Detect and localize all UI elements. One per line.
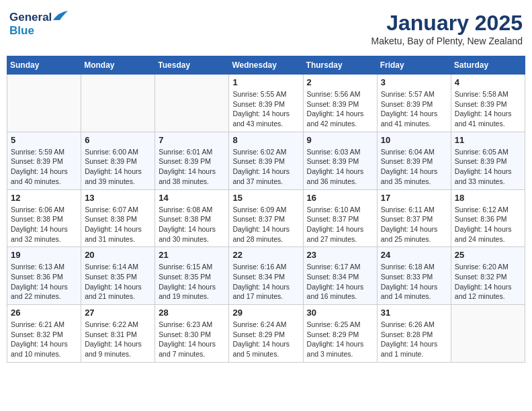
day-info: Sunrise: 6:10 AMSunset: 8:37 PMDaylight:… [307,205,373,244]
day-number: 24 [381,250,447,260]
day-info: Sunrise: 5:59 AMSunset: 8:39 PMDaylight:… [11,147,77,187]
day-number: 15 [232,193,299,203]
day-info: Sunrise: 6:17 AMSunset: 8:34 PMDaylight:… [307,262,373,302]
day-info: Sunrise: 5:56 AMSunset: 8:39 PMDaylight:… [307,89,373,129]
calendar-cell: 21Sunrise: 6:15 AMSunset: 8:35 PMDayligh… [155,247,229,305]
day-number: 5 [11,135,77,145]
calendar-cell: 15Sunrise: 6:09 AMSunset: 8:37 PMDayligh… [229,189,303,247]
calendar-week-4: 19Sunrise: 6:13 AMSunset: 8:36 PMDayligh… [7,247,525,305]
calendar-cell: 22Sunrise: 6:16 AMSunset: 8:34 PMDayligh… [229,247,303,305]
day-info: Sunrise: 6:20 AMSunset: 8:32 PMDaylight:… [455,262,521,302]
day-info: Sunrise: 6:16 AMSunset: 8:34 PMDaylight:… [232,262,299,302]
day-number: 23 [307,250,373,260]
weekday-header-friday: Friday [377,56,451,75]
day-number: 13 [85,193,151,203]
day-info: Sunrise: 6:14 AMSunset: 8:35 PMDaylight:… [85,262,151,302]
calendar-cell: 8Sunrise: 6:02 AMSunset: 8:39 PMDaylight… [229,132,303,189]
weekday-header-wednesday: Wednesday [229,56,303,75]
day-number: 16 [307,193,373,203]
title-block: January 2025 Maketu, Bay of Plenty, New … [371,11,523,46]
day-number: 30 [307,308,373,318]
calendar-week-5: 26Sunrise: 6:21 AMSunset: 8:32 PMDayligh… [7,305,525,363]
day-number: 21 [159,250,225,260]
calendar-cell: 7Sunrise: 6:01 AMSunset: 8:39 PMDaylight… [155,132,229,189]
day-info: Sunrise: 6:02 AMSunset: 8:39 PMDaylight:… [232,147,299,187]
weekday-header-sunday: Sunday [7,56,81,75]
calendar-week-1: 1Sunrise: 5:55 AMSunset: 8:39 PMDaylight… [7,75,525,132]
day-number: 12 [11,193,77,203]
day-info: Sunrise: 6:21 AMSunset: 8:32 PMDaylight:… [11,320,77,359]
logo-general-text: General [9,11,52,24]
day-number: 28 [159,308,225,318]
day-number: 26 [11,308,77,318]
day-info: Sunrise: 6:11 AMSunset: 8:37 PMDaylight:… [381,205,447,244]
day-info: Sunrise: 6:15 AMSunset: 8:35 PMDaylight:… [159,262,225,302]
calendar-week-2: 5Sunrise: 5:59 AMSunset: 8:39 PMDaylight… [7,132,525,189]
calendar-cell: 23Sunrise: 6:17 AMSunset: 8:34 PMDayligh… [303,247,377,305]
day-info: Sunrise: 6:13 AMSunset: 8:36 PMDaylight:… [11,262,77,302]
day-number: 9 [307,135,373,145]
day-info: Sunrise: 6:22 AMSunset: 8:31 PMDaylight:… [85,320,151,359]
calendar-cell: 17Sunrise: 6:11 AMSunset: 8:37 PMDayligh… [377,189,451,247]
calendar-cell: 16Sunrise: 6:10 AMSunset: 8:37 PMDayligh… [303,189,377,247]
calendar-cell: 10Sunrise: 6:04 AMSunset: 8:39 PMDayligh… [377,132,451,189]
day-info: Sunrise: 5:57 AMSunset: 8:39 PMDaylight:… [381,89,447,129]
day-number: 2 [307,77,373,87]
calendar-cell: 12Sunrise: 6:06 AMSunset: 8:38 PMDayligh… [7,189,81,247]
day-info: Sunrise: 6:03 AMSunset: 8:39 PMDaylight:… [307,147,373,187]
calendar-cell: 4Sunrise: 5:58 AMSunset: 8:39 PMDaylight… [451,75,525,132]
calendar-cell: 28Sunrise: 6:23 AMSunset: 8:30 PMDayligh… [155,305,229,363]
day-number: 29 [232,308,299,318]
day-number: 19 [11,250,77,260]
month-title: January 2025 [371,11,523,36]
day-number: 17 [381,193,447,203]
calendar-cell [81,75,155,132]
day-info: Sunrise: 6:06 AMSunset: 8:38 PMDaylight:… [11,205,77,244]
day-number: 1 [232,77,299,87]
day-info: Sunrise: 6:12 AMSunset: 8:36 PMDaylight:… [455,205,521,244]
day-number: 27 [85,308,151,318]
day-info: Sunrise: 6:00 AMSunset: 8:39 PMDaylight:… [85,147,151,187]
day-number: 10 [381,135,447,145]
weekday-header-tuesday: Tuesday [155,56,229,75]
calendar-cell: 29Sunrise: 6:24 AMSunset: 8:29 PMDayligh… [229,305,303,363]
page-header: General Blue January 2025 Maketu, Bay of… [7,7,525,50]
calendar-cell: 3Sunrise: 5:57 AMSunset: 8:39 PMDaylight… [377,75,451,132]
calendar-cell: 27Sunrise: 6:22 AMSunset: 8:31 PMDayligh… [81,305,155,363]
calendar-cell: 5Sunrise: 5:59 AMSunset: 8:39 PMDaylight… [7,132,81,189]
calendar-cell: 13Sunrise: 6:07 AMSunset: 8:38 PMDayligh… [81,189,155,247]
day-info: Sunrise: 6:08 AMSunset: 8:38 PMDaylight:… [159,205,225,244]
day-info: Sunrise: 6:09 AMSunset: 8:37 PMDaylight:… [232,205,299,244]
weekday-header-row: SundayMondayTuesdayWednesdayThursdayFrid… [7,56,525,75]
day-number: 18 [455,193,521,203]
day-number: 3 [381,77,447,87]
logo: General Blue [9,11,68,38]
calendar-cell: 19Sunrise: 6:13 AMSunset: 8:36 PMDayligh… [7,247,81,305]
logo-blue-text: Blue [9,24,34,37]
day-number: 7 [159,135,225,145]
day-info: Sunrise: 6:07 AMSunset: 8:38 PMDaylight:… [85,205,151,244]
day-number: 6 [85,135,151,145]
calendar-cell: 24Sunrise: 6:18 AMSunset: 8:33 PMDayligh… [377,247,451,305]
day-number: 20 [85,250,151,260]
logo-bird-icon [53,11,68,21]
calendar-cell: 31Sunrise: 6:26 AMSunset: 8:28 PMDayligh… [377,305,451,363]
calendar-cell: 11Sunrise: 6:05 AMSunset: 8:39 PMDayligh… [451,132,525,189]
calendar-cell [155,75,229,132]
calendar-cell: 25Sunrise: 6:20 AMSunset: 8:32 PMDayligh… [451,247,525,305]
day-info: Sunrise: 6:23 AMSunset: 8:30 PMDaylight:… [159,320,225,359]
weekday-header-thursday: Thursday [303,56,377,75]
day-number: 25 [455,250,521,260]
calendar-cell: 20Sunrise: 6:14 AMSunset: 8:35 PMDayligh… [81,247,155,305]
day-info: Sunrise: 6:18 AMSunset: 8:33 PMDaylight:… [381,262,447,302]
calendar-table: SundayMondayTuesdayWednesdayThursdayFrid… [7,56,525,363]
calendar-cell: 30Sunrise: 6:25 AMSunset: 8:29 PMDayligh… [303,305,377,363]
day-info: Sunrise: 5:58 AMSunset: 8:39 PMDaylight:… [455,89,521,129]
day-number: 14 [159,193,225,203]
day-number: 8 [232,135,299,145]
calendar-cell [7,75,81,132]
calendar-cell [451,305,525,363]
calendar-week-3: 12Sunrise: 6:06 AMSunset: 8:38 PMDayligh… [7,189,525,247]
calendar-cell: 6Sunrise: 6:00 AMSunset: 8:39 PMDaylight… [81,132,155,189]
calendar-cell: 18Sunrise: 6:12 AMSunset: 8:36 PMDayligh… [451,189,525,247]
